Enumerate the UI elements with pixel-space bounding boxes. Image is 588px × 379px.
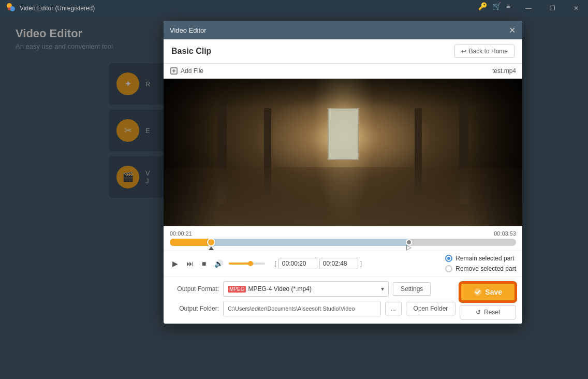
close-button[interactable]: ✕ bbox=[564, 0, 588, 17]
bracket-right: ] bbox=[360, 260, 362, 267]
add-file-button[interactable]: Add File bbox=[170, 67, 203, 75]
bottom-flex: Output Format: MPEG MPEG-4 Video (*.mp4)… bbox=[170, 281, 516, 319]
video-preview bbox=[164, 79, 522, 226]
play-icon: ▶ bbox=[172, 259, 178, 268]
reset-label: Reset bbox=[484, 309, 500, 316]
time-start-input[interactable] bbox=[278, 258, 317, 269]
playback-controls: ▶ ⏭ ■ 🔊 bbox=[170, 258, 265, 269]
play-button[interactable]: ▶ bbox=[170, 258, 181, 269]
titlebar: Video Editor (Unregistered) 🔑 🛒 ≡ — ❐ ✕ bbox=[0, 0, 588, 17]
add-file-icon bbox=[170, 67, 178, 75]
settings-button[interactable]: Settings bbox=[393, 282, 431, 296]
folder-row: Output Folder: C:\Users\editer\Documents… bbox=[170, 301, 455, 316]
menu-icon: ≡ bbox=[506, 2, 510, 10]
folder-browse-button[interactable]: ... bbox=[385, 302, 402, 315]
mpeg-icon: MPEG bbox=[228, 286, 246, 293]
bottom-area: Output Format: MPEG MPEG-4 Video (*.mp4)… bbox=[164, 277, 522, 324]
back-to-home-button[interactable]: ↩ Back to Home bbox=[454, 45, 514, 58]
save-button[interactable]: Save bbox=[460, 282, 516, 302]
trim-marker-right[interactable]: ▷ bbox=[406, 243, 411, 251]
format-row: Output Format: MPEG MPEG-4 Video (*.mp4)… bbox=[170, 281, 455, 297]
timeline-selected-range bbox=[211, 239, 408, 246]
remove-selected-option[interactable]: Remove selected part bbox=[445, 265, 516, 272]
stop-icon: ■ bbox=[202, 259, 206, 268]
controls-row: ▶ ⏭ ■ 🔊 [ ] Remain sel bbox=[164, 251, 522, 277]
back-icon: ↩ bbox=[461, 48, 466, 55]
time-end-input[interactable] bbox=[319, 258, 358, 269]
folder-path-display: C:\Users\editer\Documents\Aiseesoft Stud… bbox=[223, 301, 381, 316]
modal-header: Basic Clip ↩ Back to Home bbox=[164, 39, 522, 64]
reset-icon: ↺ bbox=[476, 309, 481, 316]
volume-thumb bbox=[248, 261, 253, 266]
save-label: Save bbox=[485, 288, 502, 296]
time-labels: 00:00:21 00:03:53 bbox=[170, 230, 516, 237]
format-select[interactable]: MPEG MPEG-4 Video (*.mp4) ▾ bbox=[223, 281, 389, 297]
video-editor-modal: Video Editor ✕ Basic Clip ↩ Back to Home… bbox=[164, 21, 522, 324]
file-name: test.mp4 bbox=[492, 67, 516, 75]
radio-options: Remain selected part Remove selected par… bbox=[445, 255, 516, 272]
timeline-area: 00:00:21 00:03:53 ▷ bbox=[164, 226, 522, 251]
timeline-thumb-start[interactable] bbox=[207, 238, 215, 246]
volume-fill bbox=[229, 263, 251, 265]
timeline-progress bbox=[170, 239, 211, 246]
remain-radio-dot bbox=[445, 255, 452, 262]
bottom-right: Save ↺ Reset bbox=[460, 281, 516, 319]
timeline-track[interactable]: ▷ bbox=[170, 239, 516, 246]
time-input-group: [ ] bbox=[274, 258, 362, 269]
hall-door bbox=[328, 108, 359, 160]
time-label-end: 00:03:53 bbox=[494, 230, 516, 237]
format-value: MPEG-4 Video (*.mp4) bbox=[248, 285, 312, 293]
window-controls: — ❐ ✕ bbox=[517, 0, 588, 17]
key-icon: 🔑 bbox=[478, 2, 487, 10]
titlebar-title: Video Editor (Unregistered) bbox=[20, 5, 95, 12]
folder-label: Output Folder: bbox=[170, 305, 219, 312]
file-toolbar: Add File test.mp4 bbox=[164, 64, 522, 79]
remove-selected-label: Remove selected part bbox=[455, 265, 516, 272]
dropdown-arrow-icon: ▾ bbox=[381, 285, 384, 293]
volume-slider[interactable] bbox=[229, 263, 265, 265]
maximize-button[interactable]: ❐ bbox=[540, 0, 564, 17]
reset-button[interactable]: ↺ Reset bbox=[460, 305, 516, 319]
tray-icons: 🔑 🛒 ≡ bbox=[478, 2, 510, 10]
video-frame bbox=[164, 79, 522, 226]
vignette-top bbox=[164, 79, 522, 108]
trim-marker-left bbox=[209, 246, 214, 250]
minimize-button[interactable]: — bbox=[517, 0, 540, 17]
volume-button[interactable]: 🔊 bbox=[212, 258, 226, 269]
back-label: Back to Home bbox=[469, 48, 508, 55]
app-icon bbox=[6, 3, 16, 14]
remove-radio-dot bbox=[445, 265, 452, 272]
remain-selected-label: Remain selected part bbox=[455, 255, 514, 262]
remain-selected-option[interactable]: Remain selected part bbox=[445, 255, 516, 262]
format-label: Output Format: bbox=[170, 285, 219, 293]
step-forward-icon: ⏭ bbox=[186, 259, 194, 268]
folder-path-text: C:\Users\editer\Documents\Aiseesoft Stud… bbox=[228, 305, 355, 312]
volume-icon: 🔊 bbox=[214, 259, 223, 268]
svg-point-2 bbox=[8, 7, 11, 10]
open-folder-button[interactable]: Open Folder bbox=[406, 302, 456, 315]
bracket-left: [ bbox=[274, 260, 276, 267]
save-check-icon bbox=[474, 288, 482, 296]
stop-button[interactable]: ■ bbox=[199, 258, 209, 269]
cart-icon: 🛒 bbox=[492, 2, 501, 10]
modal-header-title: Basic Clip bbox=[171, 47, 211, 56]
modal-title: Video Editor bbox=[170, 26, 207, 34]
step-forward-button[interactable]: ⏭ bbox=[184, 258, 196, 269]
add-file-label: Add File bbox=[181, 67, 203, 75]
time-label-start: 00:00:21 bbox=[170, 230, 192, 237]
bottom-left: Output Format: MPEG MPEG-4 Video (*.mp4)… bbox=[170, 281, 455, 316]
modal-titlebar: Video Editor ✕ bbox=[164, 21, 522, 39]
modal-close-button[interactable]: ✕ bbox=[507, 25, 517, 35]
